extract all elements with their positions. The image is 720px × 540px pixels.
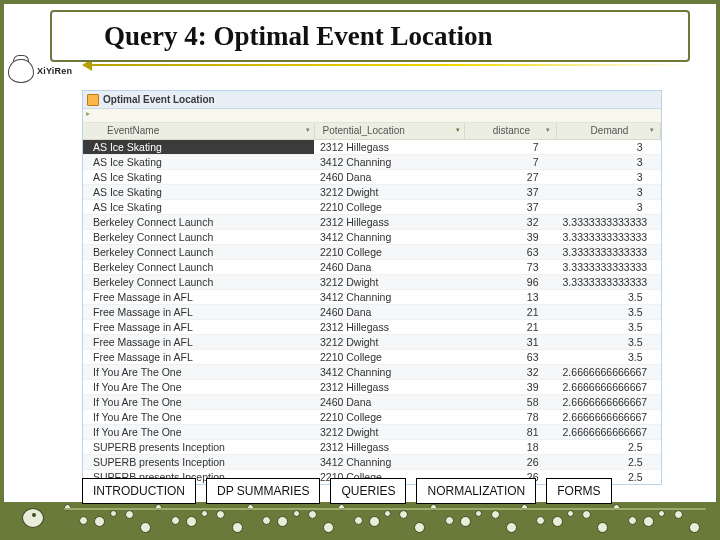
table-cell: 2460 Dana (314, 304, 464, 319)
query-result-table: Optimal Event Location EventName▾ Potent… (82, 90, 662, 485)
dropdown-icon[interactable]: ▾ (456, 126, 460, 134)
nav-dp-summaries[interactable]: DP SUMMARIES (206, 478, 320, 504)
table-cell: 27 (464, 169, 556, 184)
table-cell: 2.6666666666667 (557, 409, 661, 424)
table-cell: 73 (464, 259, 556, 274)
nav-forms[interactable]: FORMS (546, 478, 611, 504)
table-cell: 2312 Hillegass (314, 379, 464, 394)
table-row[interactable]: AS Ice Skating3212 Dwight373 (83, 184, 661, 199)
table-row[interactable]: Free Massage in AFL2210 College633.5 (83, 349, 661, 364)
table-row[interactable]: If You Are The One3212 Dwight812.6666666… (83, 424, 661, 439)
table-cell: 3.3333333333333 (557, 229, 661, 244)
table-row[interactable]: Berkeley Connect Launch3212 Dwight963.33… (83, 274, 661, 289)
table-cell: 32 (464, 364, 556, 379)
table-cell: 63 (464, 349, 556, 364)
table-cell: 2312 Hillegass (314, 319, 464, 334)
table-cell: SUPERB presents Inception (83, 439, 314, 454)
table-cell: 3412 Channing (314, 154, 464, 169)
table-cell: 31 (464, 334, 556, 349)
table-cell: Berkeley Connect Launch (83, 229, 314, 244)
table-row[interactable]: If You Are The One3412 Channing322.66666… (83, 364, 661, 379)
table-cell: 3412 Channing (314, 364, 464, 379)
nav-bar: INTRODUCTION DP SUMMARIES QUERIES NORMAL… (82, 478, 612, 504)
table-row[interactable]: SUPERB presents Inception3412 Channing26… (83, 454, 661, 469)
table-cell: AS Ice Skating (83, 154, 314, 169)
table-cell: 63 (464, 244, 556, 259)
table-row[interactable]: Free Massage in AFL3212 Dwight313.5 (83, 334, 661, 349)
table-cell: 2.5 (557, 439, 661, 454)
table-cell: 2312 Hillegass (314, 214, 464, 229)
table-row[interactable]: If You Are The One2312 Hillegass392.6666… (83, 379, 661, 394)
table-cell: 3 (557, 199, 661, 214)
table-cell: 3 (557, 154, 661, 169)
table-row[interactable]: Berkeley Connect Launch3412 Channing393.… (83, 229, 661, 244)
table-cell: 3212 Dwight (314, 334, 464, 349)
table-cell: 2.6666666666667 (557, 364, 661, 379)
table-cell: 3412 Channing (314, 454, 464, 469)
dropdown-icon[interactable]: ▾ (306, 126, 310, 134)
table-cell: 3.5 (557, 304, 661, 319)
table-cell: 7 (464, 139, 556, 154)
col-header-location[interactable]: Potential_Location▾ (314, 123, 464, 139)
table-cell: 13 (464, 289, 556, 304)
table-cell: Berkeley Connect Launch (83, 214, 314, 229)
table-cell: 3212 Dwight (314, 184, 464, 199)
table-cell: 96 (464, 274, 556, 289)
table-row[interactable]: AS Ice Skating3412 Channing73 (83, 154, 661, 169)
footer-vine (4, 502, 716, 536)
table-cell: If You Are The One (83, 409, 314, 424)
table-row[interactable]: If You Are The One2460 Dana582.666666666… (83, 394, 661, 409)
table-cell: Free Massage in AFL (83, 289, 314, 304)
table-cell: SUPERB presents Inception (83, 454, 314, 469)
vine-creature-icon (14, 506, 54, 532)
table-row[interactable]: AS Ice Skating2210 College373 (83, 199, 661, 214)
nav-queries[interactable]: QUERIES (330, 478, 406, 504)
table-cell: AS Ice Skating (83, 199, 314, 214)
query-object-icon (87, 94, 99, 106)
table-row[interactable]: If You Are The One2210 College782.666666… (83, 409, 661, 424)
table-cell: 39 (464, 229, 556, 244)
table-cell: 3 (557, 139, 661, 154)
table-cell: 2210 College (314, 349, 464, 364)
table-cell: 3 (557, 169, 661, 184)
table-cell: 37 (464, 199, 556, 214)
table-cell: 21 (464, 319, 556, 334)
table-row[interactable]: SUPERB presents Inception2312 Hillegass1… (83, 439, 661, 454)
dropdown-icon[interactable]: ▾ (650, 126, 654, 134)
col-header-eventname[interactable]: EventName▾ (83, 123, 314, 139)
table-row[interactable]: AS Ice Skating2312 Hillegass73 (83, 139, 661, 154)
title-box: Query 4: Optimal Event Location (50, 10, 690, 62)
col-header-distance[interactable]: distance▾ (464, 123, 556, 139)
table-cell: 3.5 (557, 349, 661, 364)
column-header-row: EventName▾ Potential_Location▾ distance▾… (83, 123, 661, 139)
table-cell: AS Ice Skating (83, 139, 314, 154)
nav-introduction[interactable]: INTRODUCTION (82, 478, 196, 504)
page-title: Query 4: Optimal Event Location (104, 21, 492, 52)
table-cell: 3.5 (557, 289, 661, 304)
table-cell: If You Are The One (83, 379, 314, 394)
table-row[interactable]: AS Ice Skating2460 Dana273 (83, 169, 661, 184)
table-cell: 39 (464, 379, 556, 394)
table-row[interactable]: Free Massage in AFL2460 Dana213.5 (83, 304, 661, 319)
object-tab-label[interactable]: Optimal Event Location (103, 94, 215, 105)
table-cell: If You Are The One (83, 364, 314, 379)
table-row[interactable]: Berkeley Connect Launch2312 Hillegass323… (83, 214, 661, 229)
table-cell: 18 (464, 439, 556, 454)
table-cell: Free Massage in AFL (83, 349, 314, 364)
table-cell: 81 (464, 424, 556, 439)
table-row[interactable]: Berkeley Connect Launch2210 College633.3… (83, 244, 661, 259)
record-selector-row (83, 109, 661, 123)
table-row[interactable]: Free Massage in AFL3412 Channing133.5 (83, 289, 661, 304)
table-cell: 7 (464, 154, 556, 169)
table-cell: Free Massage in AFL (83, 334, 314, 349)
table-row[interactable]: Free Massage in AFL2312 Hillegass213.5 (83, 319, 661, 334)
table-cell: 3.3333333333333 (557, 274, 661, 289)
dropdown-icon[interactable]: ▾ (546, 126, 550, 134)
col-header-demand[interactable]: Demand▾ (557, 123, 661, 139)
nav-normalization[interactable]: NORMALIZATION (416, 478, 536, 504)
table-cell: 3 (557, 184, 661, 199)
table-cell: 78 (464, 409, 556, 424)
table-cell: Free Massage in AFL (83, 319, 314, 334)
table-cell: Free Massage in AFL (83, 304, 314, 319)
table-row[interactable]: Berkeley Connect Launch2460 Dana733.3333… (83, 259, 661, 274)
